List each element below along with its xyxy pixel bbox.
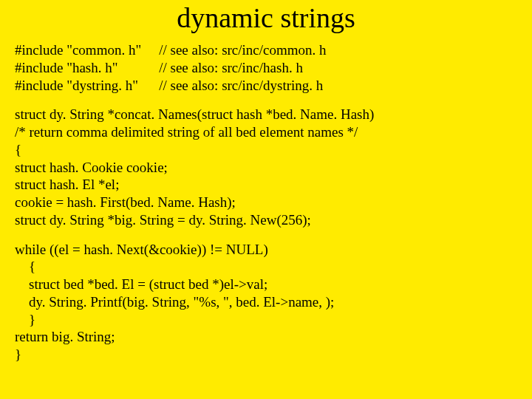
include-directive: #include "dystring. h" [15,77,141,95]
includes-block: #include "common. h" // see also: src/in… [15,41,327,94]
code-block-2: while ((el = hash. Next(&cookie)) != NUL… [15,241,517,364]
include-directive: #include "common. h" [15,41,141,59]
include-comment: // see also: src/inc/dystring. h [159,77,326,95]
slide-title: dynamic strings [15,1,517,34]
include-comment: // see also: src/inc/hash. h [159,59,326,77]
slide: dynamic strings #include "common. h" // … [0,0,532,399]
include-directive: #include "hash. h" [15,59,141,77]
include-comment: // see also: src/inc/common. h [159,41,326,59]
code-block-1: struct dy. String *concat. Names(struct … [15,106,517,228]
